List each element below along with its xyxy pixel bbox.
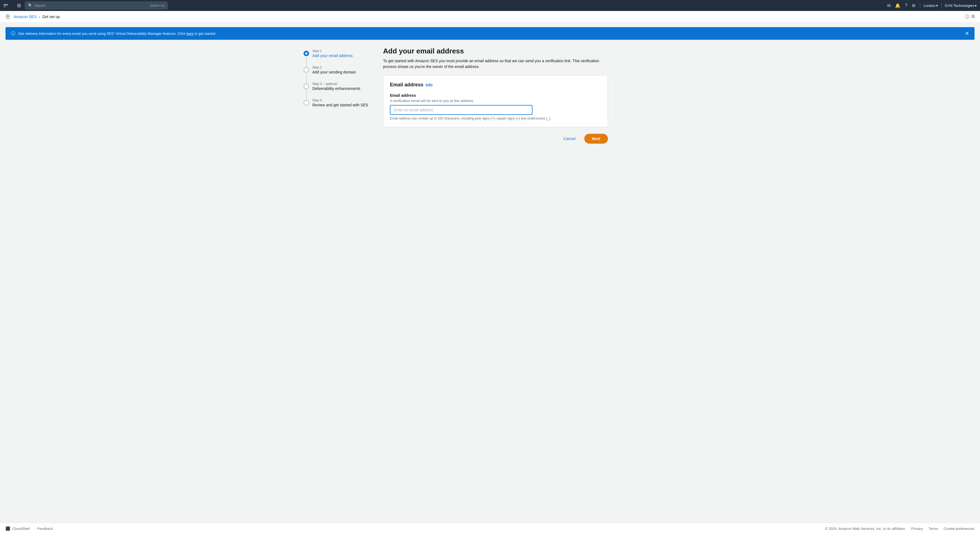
info-link[interactable]: Info — [426, 83, 433, 87]
help-icon[interactable]: ? — [904, 2, 908, 9]
breadcrumb-right-icons: ⓘ ⧉ — [965, 14, 975, 20]
email-icon[interactable]: ✉ — [886, 2, 892, 10]
search-bar[interactable]: 🔍 [Option+S] — [25, 2, 167, 10]
nav-icons: ✉ 🔔 ? ⚙ London ▾ GYN Technologies ▾ — [886, 2, 977, 10]
apps-grid-icon[interactable]: ⊞ — [16, 2, 22, 10]
footer-copyright: © 2024, Amazon Web Services, Inc. or its… — [825, 527, 906, 531]
account-selector[interactable]: GYN Technologies ▾ — [945, 3, 977, 8]
step-1-item: Step 1 Add your email address — [304, 47, 375, 63]
step-1-label-small: Step 1 — [312, 49, 375, 53]
step-3-title[interactable]: Deliverability enhancements — [312, 86, 375, 91]
aws-logo[interactable]: aws — [3, 2, 13, 8]
footer-right: © 2024, Amazon Web Services, Inc. or its… — [825, 527, 975, 531]
cancel-button[interactable]: Cancel — [559, 134, 580, 143]
cloudshell-icon: ⬛ — [5, 526, 10, 531]
step-3-item: Step 3 – optional Deliverability enhance… — [304, 80, 375, 96]
page-title: Add your email address — [383, 47, 676, 56]
step-4-circle — [304, 100, 309, 105]
step-3-label-small: Step 3 – optional — [312, 82, 375, 86]
breadcrumb-current: Get set up — [42, 14, 60, 19]
breadcrumb-home-link[interactable]: Amazon SES — [14, 14, 37, 19]
privacy-link[interactable]: Privacy — [911, 527, 923, 531]
nav-divider2 — [941, 3, 942, 8]
banner-text: See delivery information for every email… — [18, 32, 962, 36]
step-4-item: Step 4 Review and get started with SES — [304, 96, 375, 113]
next-button[interactable]: Next — [584, 134, 608, 144]
action-row: Cancel Next — [383, 134, 608, 144]
chevron-down-icon2: ▾ — [975, 3, 977, 8]
cookies-link[interactable]: Cookie preferences — [943, 527, 975, 531]
form-area: Add your email address To get started wi… — [383, 44, 676, 517]
step-4-title[interactable]: Review and get started with SES — [312, 103, 375, 107]
terms-link[interactable]: Terms — [928, 527, 938, 531]
step-4-label-small: Step 4 — [312, 99, 375, 102]
chevron-down-icon: ▾ — [936, 3, 938, 8]
feedback-label[interactable]: Feedback — [37, 527, 53, 531]
step-2-title[interactable]: Add your sending domain — [312, 70, 375, 74]
footer: ⬛ CloudShell Feedback © 2024, Amazon Web… — [0, 523, 980, 534]
email-input[interactable] — [390, 105, 533, 115]
card-title: Email address Info — [390, 82, 601, 88]
info-banner: ⓘ See delivery information for every ema… — [5, 27, 975, 40]
step-1-title[interactable]: Add your email address — [312, 54, 375, 58]
footer-left: ⬛ CloudShell Feedback — [5, 526, 53, 531]
breadcrumb-separator: › — [39, 14, 40, 19]
step-2-label-small: Step 2 — [312, 65, 375, 69]
banner-info-icon: ⓘ — [11, 31, 15, 37]
svg-text:aws: aws — [3, 3, 8, 6]
cloudshell-label[interactable]: CloudShell — [12, 527, 30, 531]
step-2-circle — [304, 67, 309, 73]
region-selector[interactable]: London ▾ — [924, 3, 938, 8]
banner-here-link[interactable]: here — [186, 32, 194, 36]
email-address-card: Email address Info Email address A verif… — [383, 75, 608, 127]
email-field-label: Email address — [390, 93, 601, 98]
banner-close-button[interactable]: ✕ — [965, 30, 969, 37]
top-nav: aws ⊞ 🔍 [Option+S] ✉ 🔔 ? ⚙ London ▾ GYN … — [0, 0, 980, 11]
step-3-circle — [304, 84, 309, 89]
email-field-note: Email address can contain up to 320 char… — [390, 116, 601, 120]
step-1-circle — [304, 51, 309, 56]
hamburger-icon[interactable]: ☰ — [5, 14, 10, 20]
settings-icon[interactable]: ⚙ — [911, 2, 917, 10]
page-description: To get started with Amazon SES you must … — [383, 58, 608, 70]
search-shortcut: [Option+S] — [150, 4, 164, 7]
steps-sidebar: Step 1 Add your email address Step 2 Add… — [304, 44, 375, 517]
search-icon: 🔍 — [28, 3, 33, 8]
search-input[interactable] — [34, 3, 149, 8]
account-label: GYN Technologies — [945, 3, 974, 8]
main-content: Step 1 Add your email address Step 2 Add… — [298, 44, 682, 523]
step-2-item: Step 2 Add your sending domain — [304, 63, 375, 80]
nav-divider — [920, 3, 920, 8]
info-circle-icon[interactable]: ⓘ — [965, 14, 969, 20]
bell-icon[interactable]: 🔔 — [894, 2, 902, 10]
breadcrumb-bar: ☰ Amazon SES › Get set up ⓘ ⧉ — [0, 11, 980, 23]
external-link-icon[interactable]: ⧉ — [972, 14, 975, 20]
region-label: London — [924, 3, 935, 8]
email-field-hint: A verification email will be sent to you… — [390, 99, 601, 103]
